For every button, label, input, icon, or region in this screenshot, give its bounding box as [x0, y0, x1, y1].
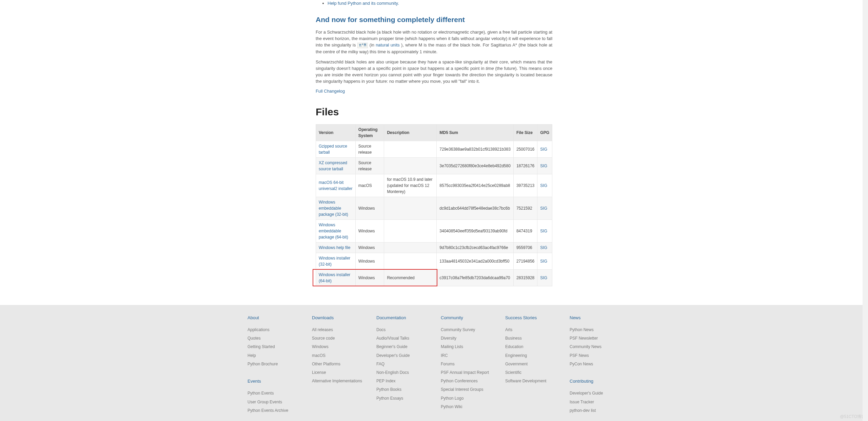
footer-link[interactable]: Scientific	[505, 368, 556, 377]
desc-cell: for macOS 10.9 and later (updated for ma…	[384, 174, 437, 197]
footer-link[interactable]: PSF Annual Impact Report	[441, 368, 492, 377]
size-cell: 27194856	[513, 253, 537, 269]
desc-cell	[384, 141, 437, 157]
footer-link[interactable]: Python Events Archive	[248, 406, 298, 415]
footer-link[interactable]: Python Conferences	[441, 377, 492, 385]
table-row: Windows help file Windows 9d7b80c1c23cfb…	[316, 242, 552, 253]
download-link[interactable]: macOS 64-bit universal2 installer	[319, 180, 352, 191]
footer-link[interactable]: Python Wiki	[441, 403, 492, 411]
sig-link[interactable]: SIG	[540, 183, 547, 188]
md5-cell: c3917c08a7fe85db7203da6dcaa99a70	[437, 269, 514, 286]
footer-link[interactable]: Government	[505, 360, 556, 368]
footer-link[interactable]: python-dev list	[570, 406, 620, 415]
sig-link[interactable]: SIG	[540, 229, 547, 233]
footer-link[interactable]: PEP Index	[376, 377, 427, 385]
footer-link[interactable]: Docs	[376, 326, 427, 334]
footer-link[interactable]: PSF Newsletter	[570, 334, 620, 343]
footer-heading[interactable]: Downloads	[312, 314, 363, 321]
footer-link[interactable]: Software Development	[505, 377, 556, 385]
footer-link[interactable]: Engineering	[505, 351, 556, 360]
footer-link[interactable]: License	[312, 368, 363, 377]
col-filesize: File Size	[513, 124, 537, 141]
footer-link[interactable]: IRC	[441, 351, 492, 360]
footer-link[interactable]: Arts	[505, 326, 556, 334]
footer-link[interactable]: Python News	[570, 326, 620, 334]
footer-link[interactable]: Source code	[312, 334, 363, 343]
md5-cell: 133aa48145032e341ad2a000cd3bff50	[437, 253, 514, 269]
footer-link[interactable]: macOS	[312, 351, 363, 360]
md5-cell: 9d7b80c1c23cfb2cecd63ac4fac9766e	[437, 242, 514, 253]
paragraph-1: For a Schwarzschild black hole (a black …	[316, 29, 552, 55]
download-link[interactable]: Gzipped source tarball	[319, 144, 347, 155]
footer-link[interactable]: FAQ	[376, 360, 427, 368]
footer-link[interactable]: Python Logo	[441, 394, 492, 403]
footer-heading[interactable]: Success Stories	[505, 314, 556, 321]
footer-link[interactable]: User Group Events	[248, 398, 298, 406]
footer-heading[interactable]: About	[248, 314, 298, 321]
footer-link[interactable]: PyCon News	[570, 360, 620, 368]
footer-link[interactable]: Business	[505, 334, 556, 343]
table-row: Windows installer (64-bit) Windows Recom…	[316, 269, 552, 286]
table-header-row: Version Operating System Description MD5…	[316, 124, 552, 141]
footer-link[interactable]: Python Books	[376, 385, 427, 394]
footer-link[interactable]: Other Platforms	[312, 360, 363, 368]
footer-link[interactable]: Non-English Docs	[376, 368, 427, 377]
footer-link[interactable]: Getting Started	[248, 343, 298, 351]
footer-link[interactable]: All releases	[312, 326, 363, 334]
desc-cell	[384, 242, 437, 253]
footer-link[interactable]: Applications	[248, 326, 298, 334]
footer-link[interactable]: Forums	[441, 360, 492, 368]
os-cell: Windows	[355, 269, 384, 286]
table-row: macOS 64-bit universal2 installer macOS …	[316, 174, 552, 197]
footer-link[interactable]: Developer's Guide	[376, 351, 427, 360]
desc-cell	[384, 219, 437, 242]
footer-link[interactable]: Windows	[312, 343, 363, 351]
sig-link[interactable]: SIG	[540, 164, 547, 168]
footer-heading[interactable]: Documentation	[376, 314, 427, 321]
footer-link[interactable]: Community News	[570, 343, 620, 351]
full-changelog-link[interactable]: Full Changelog	[316, 89, 345, 94]
sig-link[interactable]: SIG	[540, 206, 547, 211]
download-link[interactable]: Windows installer (64-bit)	[319, 272, 350, 283]
sig-link[interactable]: SIG	[540, 275, 547, 280]
os-cell: Source release	[355, 157, 384, 174]
footer-link[interactable]: Education	[505, 343, 556, 351]
table-row: Gzipped source tarball Source release 72…	[316, 141, 552, 157]
footer-link[interactable]: Audio/Visual Talks	[376, 334, 427, 343]
footer-link[interactable]: Help	[248, 351, 298, 360]
download-link[interactable]: Windows embeddable package (64-bit)	[319, 223, 348, 240]
footer-heading[interactable]: Community	[441, 314, 492, 321]
footer-link[interactable]: PSF News	[570, 351, 620, 360]
footer-link[interactable]: Special Interest Groups	[441, 385, 492, 394]
footer-link[interactable]: Beginner's Guide	[376, 343, 427, 351]
natural-units-link[interactable]: natural units	[376, 42, 400, 47]
sig-link[interactable]: SIG	[540, 259, 547, 264]
download-link[interactable]: Windows help file	[319, 245, 350, 250]
footer-link[interactable]: Mailing Lists	[441, 343, 492, 351]
sig-link[interactable]: SIG	[540, 245, 547, 250]
footer-link[interactable]: Issue Tracker	[570, 398, 620, 406]
col-os: Operating System	[355, 124, 384, 141]
footer-link[interactable]: Diversity	[441, 334, 492, 343]
download-link[interactable]: Windows embeddable package (32-bit)	[319, 200, 348, 217]
para2-text-b: but hap­pens at a specific point in	[420, 66, 486, 71]
footer-heading[interactable]: Events	[248, 378, 298, 385]
footer-heading[interactable]: Contributing	[570, 378, 620, 385]
footer-link[interactable]: Community Survey	[441, 326, 492, 334]
fund-python-link[interactable]: Help fund Python and its community.	[328, 1, 399, 6]
footer-heading[interactable]: News	[570, 314, 620, 321]
para1-text-b: (in	[370, 42, 376, 47]
md5-cell: 8575cc983035ea2f0414e25ce0289ab8	[437, 174, 514, 197]
size-cell: 8474319	[513, 219, 537, 242]
sig-link[interactable]: SIG	[540, 147, 547, 152]
download-link[interactable]: Windows installer (32-bit)	[319, 256, 350, 267]
footer-link[interactable]: Python Brochure	[248, 360, 298, 368]
os-cell: Windows	[355, 197, 384, 219]
footer-link[interactable]: Alternative Implementations	[312, 377, 363, 385]
download-link[interactable]: XZ compressed source tarball	[319, 160, 347, 171]
footer-link[interactable]: Developer's Guide	[570, 389, 620, 398]
footer-link[interactable]: Python Essays	[376, 394, 427, 403]
footer-link[interactable]: Quotes	[248, 334, 298, 343]
footer-link[interactable]: Python Events	[248, 389, 298, 398]
scrollbar-track[interactable]	[863, 0, 868, 421]
